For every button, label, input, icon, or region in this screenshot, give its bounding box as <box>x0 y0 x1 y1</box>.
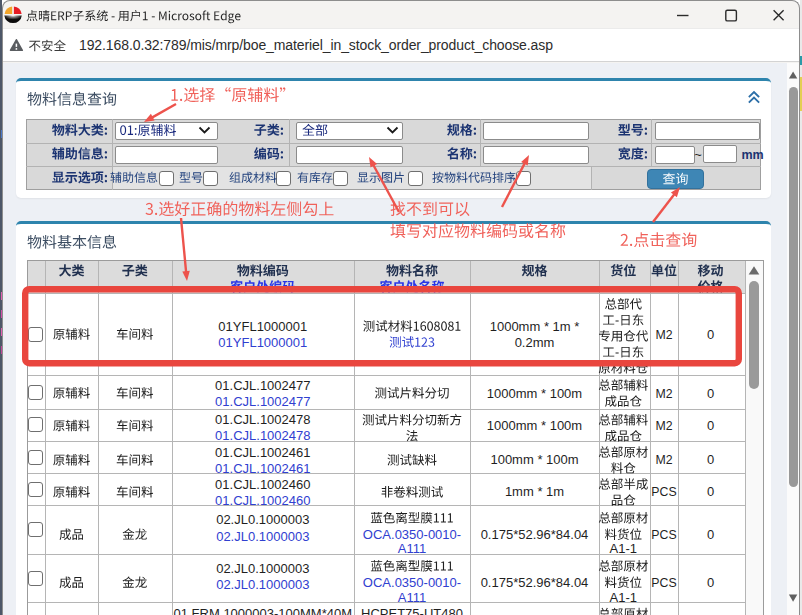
svg-text:0.175*52.96*84.04: 0.175*52.96*84.04 <box>481 575 589 590</box>
svg-text:01YFL1000001: 01YFL1000001 <box>218 319 307 334</box>
svg-text:02.JL0.1000003: 02.JL0.1000003 <box>216 577 309 592</box>
svg-text:100mm * 100m: 100mm * 100m <box>490 452 578 467</box>
svg-text:PCS: PCS <box>651 576 676 590</box>
svg-text:01.CJL.1002477: 01.CJL.1002477 <box>215 394 310 409</box>
svg-text:1mm * 1m: 1mm * 1m <box>505 484 564 499</box>
svg-text:01.CJL.1002460: 01.CJL.1002460 <box>215 477 310 492</box>
svg-text:0: 0 <box>707 327 714 342</box>
svg-text:~: ~ <box>694 147 702 162</box>
svg-text:A1-1: A1-1 <box>610 590 637 605</box>
svg-text:0.2mm: 0.2mm <box>515 335 555 350</box>
svg-text:0: 0 <box>707 452 714 467</box>
svg-text:0: 0 <box>707 386 714 401</box>
svg-text:PCS: PCS <box>651 528 676 542</box>
svg-text:1000mm * 100m: 1000mm * 100m <box>487 386 582 401</box>
svg-text:01YFL1000001: 01YFL1000001 <box>218 335 307 350</box>
svg-text:PCS: PCS <box>651 485 676 499</box>
svg-text:HCPET75-UT480: HCPET75-UT480 <box>361 606 463 615</box>
svg-text:M2: M2 <box>655 419 672 433</box>
svg-text:A111: A111 <box>398 590 426 605</box>
svg-text:01.CJL.1002461: 01.CJL.1002461 <box>215 445 310 460</box>
svg-text:0: 0 <box>707 527 714 542</box>
svg-text:A1-1: A1-1 <box>610 541 637 556</box>
svg-text:0: 0 <box>707 575 714 590</box>
svg-text:0: 0 <box>707 418 714 433</box>
svg-text:01.CJL.1002461: 01.CJL.1002461 <box>215 461 310 476</box>
svg-text:1000mm * 100m: 1000mm * 100m <box>487 418 582 433</box>
svg-text:M2: M2 <box>655 328 672 342</box>
svg-text:02.JL0.1000003: 02.JL0.1000003 <box>216 529 309 544</box>
svg-text:01.FRM.1000003-100MM*40M: 01.FRM.1000003-100MM*40M <box>174 606 352 615</box>
svg-text:M2: M2 <box>655 453 672 467</box>
svg-text:02.JL0.1000003: 02.JL0.1000003 <box>216 512 309 527</box>
svg-text:01.CJL.1002477: 01.CJL.1002477 <box>215 378 310 393</box>
svg-text:M2: M2 <box>655 387 672 401</box>
svg-text:01.CJL.1002478: 01.CJL.1002478 <box>215 428 310 443</box>
svg-text:0: 0 <box>707 484 714 499</box>
svg-text:1000mm * 1m *: 1000mm * 1m * <box>490 319 580 334</box>
svg-text:OCA.0350-0010-: OCA.0350-0010- <box>363 575 461 590</box>
svg-text:01.CJL.1002460: 01.CJL.1002460 <box>215 493 310 508</box>
svg-text:mm: mm <box>742 148 764 162</box>
svg-text:01.CJL.1002478: 01.CJL.1002478 <box>215 412 310 427</box>
svg-text:A111: A111 <box>398 541 426 556</box>
svg-text:0.175*52.96*84.04: 0.175*52.96*84.04 <box>481 527 589 542</box>
svg-text:192.168.0.32:789/mis/mrp/boe_m: 192.168.0.32:789/mis/mrp/boe_materiel_in… <box>79 37 553 53</box>
svg-text:02.JL0.1000003: 02.JL0.1000003 <box>216 561 309 576</box>
svg-text:OCA.0350-0010-: OCA.0350-0010- <box>363 527 461 542</box>
